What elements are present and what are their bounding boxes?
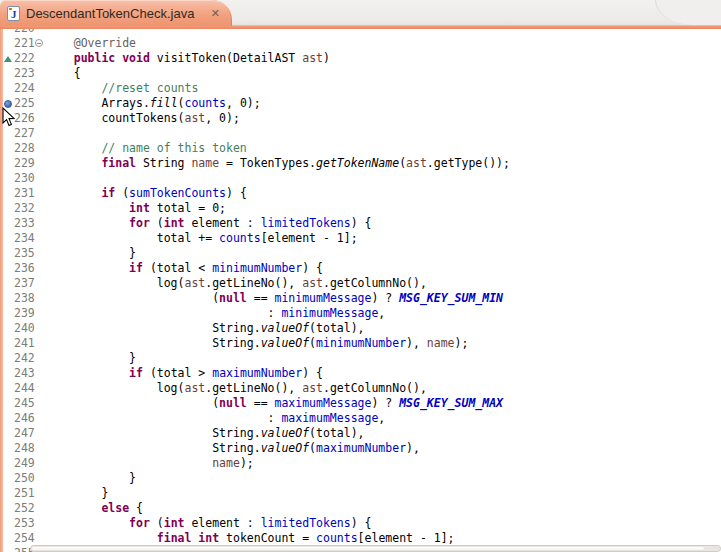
code-text[interactable]: } — [46, 351, 721, 366]
fold-ruler-cell[interactable] — [34, 201, 46, 216]
line-number[interactable]: 222 — [14, 51, 34, 66]
annotation-ruler-cell[interactable] — [3, 246, 14, 261]
line-number[interactable]: 229 — [14, 156, 34, 171]
annotation-ruler-cell[interactable] — [3, 321, 14, 336]
fold-ruler-cell[interactable] — [34, 126, 46, 141]
code-text[interactable]: countTokens(ast, 0); — [46, 111, 721, 126]
annotation-ruler-cell[interactable] — [3, 36, 14, 51]
line-number[interactable]: 224 — [14, 81, 34, 96]
fold-ruler-cell[interactable] — [34, 306, 46, 321]
code-text[interactable]: if (sumTokenCounts) { — [46, 186, 721, 201]
annotation-ruler-cell[interactable] — [3, 306, 14, 321]
code-text[interactable]: String.valueOf(total), — [46, 426, 721, 441]
line-number[interactable]: 240 — [14, 321, 34, 336]
annotation-ruler-cell[interactable] — [3, 471, 14, 486]
line-number[interactable]: 220 — [14, 29, 34, 36]
code-text[interactable]: int total = 0; — [46, 201, 721, 216]
code-text[interactable]: for (int element : limitedTokens) { — [46, 516, 721, 531]
annotation-ruler-cell[interactable] — [3, 141, 14, 156]
annotation-ruler-cell[interactable] — [3, 51, 14, 66]
fold-ruler-cell[interactable] — [34, 411, 46, 426]
code-text[interactable]: //reset counts — [46, 81, 721, 96]
code-editor-area[interactable]: 220221 @Override222 public void visitTok… — [3, 29, 721, 552]
annotation-ruler-cell[interactable] — [3, 531, 14, 546]
fold-ruler-cell[interactable] — [34, 96, 46, 111]
line-number[interactable]: 250 — [14, 471, 34, 486]
code-text[interactable]: name); — [46, 456, 721, 471]
fold-ruler-cell[interactable] — [34, 486, 46, 501]
line-number[interactable]: 243 — [14, 366, 34, 381]
code-text[interactable]: (null == minimumMessage) ? MSG_KEY_SUM_M… — [46, 291, 721, 306]
fold-ruler-cell[interactable] — [34, 456, 46, 471]
fold-ruler-cell[interactable] — [34, 276, 46, 291]
line-number[interactable]: 254 — [14, 531, 34, 546]
line-number[interactable]: 232 — [14, 201, 34, 216]
line-number[interactable]: 223 — [14, 66, 34, 81]
horizontal-scrollbar-thumb[interactable] — [32, 547, 704, 550]
fold-ruler-cell[interactable] — [34, 471, 46, 486]
line-number[interactable]: 235 — [14, 246, 34, 261]
line-number[interactable]: 252 — [14, 501, 34, 516]
fold-ruler-cell[interactable] — [34, 351, 46, 366]
annotation-ruler-cell[interactable] — [3, 396, 14, 411]
code-text[interactable] — [46, 29, 721, 36]
fold-ruler-cell[interactable] — [34, 531, 46, 546]
line-number[interactable]: 244 — [14, 381, 34, 396]
line-number[interactable]: 234 — [14, 231, 34, 246]
fold-ruler-cell[interactable] — [34, 51, 46, 66]
line-number[interactable]: 251 — [14, 486, 34, 501]
code-text[interactable]: String.valueOf(total), — [46, 321, 721, 336]
fold-ruler-cell[interactable] — [34, 261, 46, 276]
annotation-ruler-cell[interactable] — [3, 216, 14, 231]
fold-ruler-cell[interactable] — [34, 366, 46, 381]
annotation-ruler-cell[interactable] — [3, 81, 14, 96]
line-number[interactable]: 228 — [14, 141, 34, 156]
code-text[interactable]: String.valueOf(maximumNumber), — [46, 441, 721, 456]
fold-collapsed-icon[interactable] — [35, 39, 43, 47]
fold-ruler-cell[interactable] — [34, 321, 46, 336]
fold-ruler-cell[interactable] — [34, 141, 46, 156]
code-text[interactable]: if (total < minimumNumber) { — [46, 261, 721, 276]
line-number[interactable]: 245 — [14, 396, 34, 411]
fold-ruler-cell[interactable] — [34, 246, 46, 261]
annotation-ruler-cell[interactable] — [3, 546, 14, 552]
annotation-ruler-cell[interactable] — [3, 156, 14, 171]
annotation-ruler-cell[interactable] — [3, 126, 14, 141]
code-text[interactable]: (null == maximumMessage) ? MSG_KEY_SUM_M… — [46, 396, 721, 411]
annotation-ruler-cell[interactable] — [3, 96, 14, 111]
fold-ruler-cell[interactable] — [34, 111, 46, 126]
line-number[interactable]: 238 — [14, 291, 34, 306]
annotation-ruler-cell[interactable] — [3, 366, 14, 381]
breakpoint-icon[interactable] — [4, 100, 12, 108]
fold-ruler-cell[interactable] — [34, 381, 46, 396]
annotation-ruler-cell[interactable] — [3, 29, 14, 36]
annotation-ruler-cell[interactable] — [3, 426, 14, 441]
annotation-ruler-cell[interactable] — [3, 171, 14, 186]
fold-ruler-cell[interactable] — [34, 171, 46, 186]
annotation-ruler-cell[interactable] — [3, 411, 14, 426]
annotation-ruler-cell[interactable] — [3, 381, 14, 396]
annotation-ruler-cell[interactable] — [3, 351, 14, 366]
annotation-ruler-cell[interactable] — [3, 231, 14, 246]
fold-ruler-cell[interactable] — [34, 216, 46, 231]
code-text[interactable]: for (int element : limitedTokens) { — [46, 216, 721, 231]
editor-tab-descendanttokencheck[interactable]: J DescendantTokenCheck.java ✕ — [0, 0, 232, 26]
annotation-ruler-cell[interactable] — [3, 456, 14, 471]
code-text[interactable]: public void visitToken(DetailAST ast) — [46, 51, 721, 66]
annotation-ruler-cell[interactable] — [3, 201, 14, 216]
code-text[interactable]: final String name = TokenTypes.getTokenN… — [46, 156, 721, 171]
line-number[interactable]: 227 — [14, 126, 34, 141]
code-text[interactable]: Arrays.fill(counts, 0); — [46, 96, 721, 111]
annotation-ruler-cell[interactable] — [3, 486, 14, 501]
fold-ruler-cell[interactable] — [34, 66, 46, 81]
code-text[interactable]: String.valueOf(minimumNumber), name); — [46, 336, 721, 351]
line-number[interactable]: 247 — [14, 426, 34, 441]
code-text[interactable]: : minimumMessage, — [46, 306, 721, 321]
line-number[interactable]: 226 — [14, 111, 34, 126]
code-text[interactable]: } — [46, 246, 721, 261]
tab-close-icon[interactable]: ✕ — [209, 7, 222, 20]
line-number[interactable]: 231 — [14, 186, 34, 201]
fold-ruler-cell[interactable] — [34, 396, 46, 411]
fold-ruler-cell[interactable] — [34, 441, 46, 456]
horizontal-scrollbar[interactable] — [30, 545, 721, 552]
